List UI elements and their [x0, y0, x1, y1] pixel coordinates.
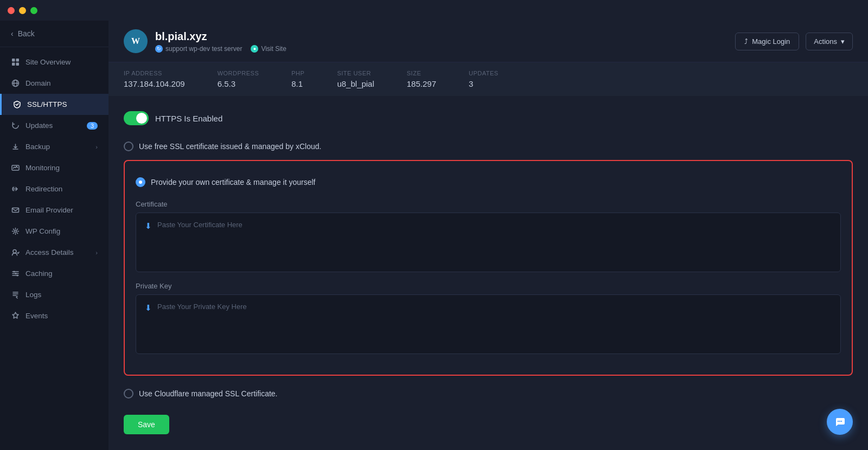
svg-point-12 — [15, 273, 17, 274]
updates-badge: 3 — [87, 122, 98, 130]
site-info: bl.pial.xyz ↻ support wp-dev test server… — [155, 30, 286, 53]
sidebar-item-ssl-https[interactable]: SSL/HTTPS — [0, 94, 108, 115]
ssl-option-own-cert[interactable]: Provide your own certificate & manage it… — [136, 172, 841, 192]
svg-point-11 — [14, 271, 15, 273]
sidebar: ‹ Back Site Overview — [0, 21, 108, 450]
radio-cloudflare — [124, 389, 133, 398]
backup-icon — [11, 142, 20, 151]
sync-icon: ↻ — [155, 45, 163, 53]
svg-rect-1 — [16, 59, 20, 62]
redirection-icon — [11, 184, 20, 194]
svg-rect-8 — [12, 208, 19, 213]
stat-php-value: 8.1 — [291, 79, 304, 88]
sidebar-item-site-overview[interactable]: Site Overview — [0, 52, 108, 73]
stat-site-user: SITE USER u8_bl_pial — [337, 70, 374, 88]
site-meta: ↻ support wp-dev test server ● Visit Sit… — [155, 45, 286, 53]
stats-bar: IP ADDRESS 137.184.104.209 WORDPRESS 6.5… — [108, 62, 868, 96]
certificate-label: Certificate — [136, 200, 841, 208]
monitoring-icon — [11, 163, 20, 172]
certificate-placeholder: Paste Your Certificate Here — [157, 221, 242, 229]
private-key-label: Private Key — [136, 282, 841, 290]
back-label: Back — [18, 29, 35, 38]
paste-icon: ⬇ — [145, 221, 152, 231]
ssl-content: HTTPS Is Enabled Use free SSL certificat… — [108, 96, 868, 450]
refresh-icon — [11, 121, 20, 130]
stat-wp-label: WORDPRESS — [218, 70, 259, 76]
actions-button[interactable]: Actions ▾ — [806, 33, 853, 50]
magic-login-button[interactable]: ⤴ Magic Login — [735, 33, 799, 50]
sidebar-item-wp-config[interactable]: WP Config — [0, 221, 108, 242]
magic-login-icon: ⤴ — [744, 37, 748, 46]
sidebar-item-label: WP Config — [25, 227, 60, 235]
stat-user-value: u8_bl_pial — [337, 79, 374, 88]
chevron-down-icon: ▾ — [841, 37, 845, 46]
sidebar-item-redirection[interactable]: Redirection — [0, 178, 108, 200]
sidebar-item-caching[interactable]: Caching — [0, 263, 108, 284]
certificate-field-group: Certificate ⬇ Paste Your Certificate Her… — [136, 200, 841, 272]
logs-icon — [11, 290, 20, 299]
svg-point-9 — [15, 230, 17, 233]
sidebar-item-backup[interactable]: Backup › — [0, 136, 108, 157]
sidebar-item-label: Email Provider — [25, 206, 73, 214]
chat-icon — [834, 416, 846, 428]
private-key-placeholder: Paste Your Private Key Here — [157, 303, 247, 311]
sidebar-item-updates[interactable]: Updates 3 — [0, 115, 108, 136]
sidebar-item-label: Redirection — [25, 185, 62, 193]
stat-ip-value: 137.184.104.209 — [124, 79, 185, 88]
main-content: W bl.pial.xyz ↻ support wp-dev test serv… — [108, 21, 868, 450]
close-button[interactable] — [8, 7, 15, 14]
sidebar-item-logs[interactable]: Logs — [0, 284, 108, 305]
sidebar-item-label: Domain — [25, 79, 51, 87]
maximize-button[interactable] — [30, 7, 37, 14]
svg-text:W: W — [131, 36, 140, 46]
chevron-right-icon: › — [95, 144, 98, 150]
svg-point-17 — [839, 421, 840, 422]
sidebar-item-domain[interactable]: Domain — [0, 73, 108, 94]
stat-php-label: PHP — [291, 70, 304, 76]
minimize-button[interactable] — [19, 7, 26, 14]
site-header: W bl.pial.xyz ↻ support wp-dev test serv… — [108, 21, 868, 62]
sidebar-item-label: Caching — [25, 269, 53, 278]
stat-php: PHP 8.1 — [291, 70, 304, 88]
stat-user-label: SITE USER — [337, 70, 374, 76]
chevron-right-icon: › — [95, 249, 98, 256]
ssl-own-cert-label: Provide your own certificate & manage it… — [151, 178, 315, 187]
ssl-cloudflare-label: Use Cloudflare managed SSL Certificate. — [139, 389, 278, 398]
private-key-textarea[interactable]: ⬇ Paste Your Private Key Here — [136, 294, 841, 354]
site-name: bl.pial.xyz — [155, 30, 286, 43]
sidebar-item-access-details[interactable]: Access Details › — [0, 242, 108, 263]
app: ‹ Back Site Overview — [0, 21, 868, 450]
stat-wordpress: WORDPRESS 6.5.3 — [218, 70, 259, 88]
chat-button[interactable] — [827, 409, 853, 435]
stat-updates-label: UPDATES — [469, 70, 499, 76]
sidebar-item-email-provider[interactable]: Email Provider — [0, 200, 108, 221]
https-enabled-label: HTTPS Is Enabled — [155, 114, 222, 123]
stat-size-label: SIZE — [407, 70, 436, 76]
access-icon — [11, 248, 20, 257]
sidebar-item-label: Updates — [25, 121, 53, 130]
svg-point-16 — [838, 421, 839, 422]
sidebar-item-monitoring[interactable]: Monitoring — [0, 157, 108, 178]
stat-size-value: 185.297 — [407, 79, 436, 88]
sidebar-item-label: Site Overview — [25, 58, 71, 66]
titlebar — [0, 0, 868, 21]
stat-updates: UPDATES 3 — [469, 70, 499, 88]
sidebar-item-events[interactable]: Events — [0, 305, 108, 326]
sidebar-item-label: SSL/HTTPS — [27, 100, 67, 108]
sidebar-item-label: Logs — [25, 291, 41, 299]
sidebar-item-label: Events — [25, 312, 48, 320]
save-button[interactable]: Save — [124, 415, 169, 434]
wp-logo: W — [124, 29, 148, 53]
sidebar-item-label: Monitoring — [25, 164, 60, 172]
certificate-textarea[interactable]: ⬇ Paste Your Certificate Here — [136, 213, 841, 272]
own-certificate-section: Provide your own certificate & manage it… — [124, 160, 853, 376]
ssl-option-xcloud[interactable]: Use free SSL certificate issued & manage… — [124, 136, 853, 157]
svg-point-10 — [13, 250, 16, 253]
visit-site-label: Visit Site — [261, 45, 286, 53]
ssl-xcloud-label: Use free SSL certificate issued & manage… — [139, 142, 321, 151]
back-button[interactable]: ‹ Back — [0, 21, 108, 47]
ssl-option-cloudflare[interactable]: Use Cloudflare managed SSL Certificate. — [124, 383, 853, 404]
https-toggle-switch[interactable] — [124, 111, 149, 125]
save-label: Save — [138, 420, 155, 429]
https-toggle: HTTPS Is Enabled — [124, 111, 853, 125]
